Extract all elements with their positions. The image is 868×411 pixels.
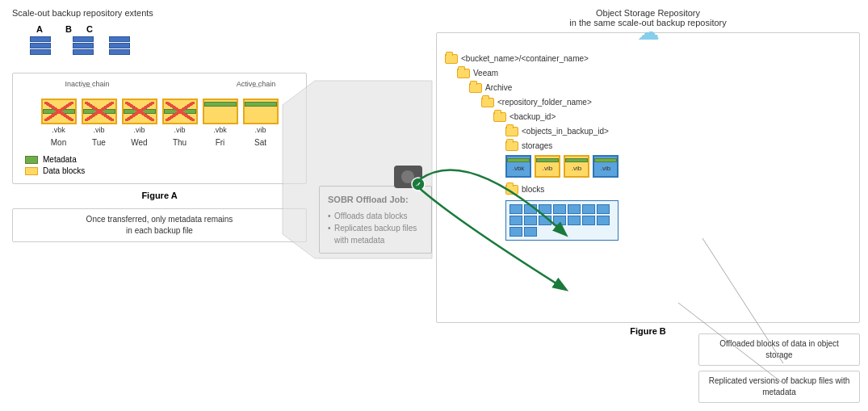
- folder-objects-label: <objects_in_backup_id>: [522, 124, 609, 139]
- storage-file-vbk: .vbk: [505, 155, 531, 178]
- folder-objects: <objects_in_backup_id>: [505, 124, 851, 139]
- file-label-mon: .vbk: [52, 126, 65, 134]
- sm-label-vib3: .vib: [601, 163, 610, 174]
- left-note-box: Once transferred, only metadata remainsi…: [12, 208, 307, 242]
- day-thu: Thu: [162, 138, 198, 147]
- blocks-section: [505, 200, 851, 241]
- folder-veeam: Veeam: [457, 66, 851, 81]
- block-1: [509, 204, 522, 214]
- cloud-icon: ☁: [637, 19, 660, 45]
- folder-icon-storages: [505, 141, 518, 151]
- right-title-line1: Object Storage Repository: [436, 8, 860, 18]
- file-meta-wed: [124, 109, 156, 114]
- sm-meta-vib3: [594, 158, 617, 162]
- folder-icon-blocks: [505, 185, 518, 195]
- storage-file-vib3: .vib: [593, 155, 619, 178]
- file-box-mon: [41, 99, 77, 124]
- legend: Metadata Data blocks: [21, 155, 298, 175]
- block-5: [568, 204, 581, 214]
- sobr-box: SOBR Offload Job: Offloads data blocks R…: [319, 186, 432, 254]
- right-section: Object Storage Repository in the same sc…: [432, 0, 868, 411]
- block-12: [568, 216, 581, 225]
- block-16: [524, 227, 537, 237]
- files-row: .vbk .vib .vib: [21, 99, 298, 134]
- left-note-text: Once transferred, only metadata remainsi…: [86, 215, 233, 235]
- folder-reponame: <repository_folder_name>: [481, 95, 851, 110]
- file-box-sat: [243, 99, 279, 124]
- right-notes: Offloaded blocks of data in object stora…: [698, 333, 860, 403]
- left-section-title: Scale-out backup repository extents: [12, 8, 307, 18]
- file-fri: .vbk: [203, 99, 238, 134]
- day-fri: Fri: [203, 138, 238, 147]
- figure-a-label: Figure A: [12, 191, 307, 200]
- block-8: [509, 216, 522, 225]
- block-4: [553, 204, 566, 214]
- right-note-blocks: Offloaded blocks of data in object stora…: [698, 333, 860, 366]
- folder-blocks: blocks: [505, 182, 851, 197]
- block-14: [597, 216, 610, 225]
- sm-meta-vib1: [536, 158, 559, 162]
- day-labels: Mon Tue Wed Thu Fri Sat: [21, 138, 298, 147]
- block-2: [524, 204, 537, 214]
- right-content: ☁ <bucket_name>/<container_name> Veeam A…: [436, 32, 860, 323]
- legend-datablocks-label: Data blocks: [43, 166, 85, 175]
- folder-bucket-label: <bucket_name>/<container_name>: [461, 52, 589, 66]
- file-label-sat: .vib: [254, 126, 266, 134]
- folder-icon-bucket: [445, 54, 458, 64]
- folder-storages-label: storages: [522, 139, 552, 153]
- folder-icon-repo: [481, 98, 494, 107]
- folder-bucket: <bucket_name>/<container_name>: [445, 52, 851, 66]
- folder-icon-archive: [469, 83, 482, 93]
- block-10: [539, 216, 551, 225]
- label-b: B: [65, 24, 72, 34]
- sobr-item-2: Replicates backup files with metadata: [328, 222, 423, 246]
- file-box-thu: [162, 99, 198, 124]
- legend-metadata: Metadata: [25, 155, 298, 164]
- folder-repo-label: <repository_folder_name>: [497, 95, 592, 110]
- file-tue: .vib: [82, 99, 117, 134]
- file-meta-fri: [204, 102, 237, 107]
- block-15: [509, 227, 522, 237]
- middle-section: SOBR Offload Job: Offloads data blocks R…: [315, 0, 432, 411]
- stack-a: [30, 36, 54, 59]
- file-mon: .vbk: [41, 99, 77, 134]
- folder-blocks-label: blocks: [522, 182, 544, 197]
- folder-icon-objects: [505, 127, 518, 136]
- folder-tree: <bucket_name>/<container_name> Veeam Arc…: [445, 52, 851, 241]
- legend-datablocks: Data blocks: [25, 166, 298, 175]
- block-9: [524, 216, 537, 225]
- sm-label-vbk: .vbk: [513, 163, 525, 174]
- file-label-fri: .vbk: [213, 126, 227, 134]
- folder-backupid-label: <backup_id>: [509, 110, 556, 124]
- block-7: [597, 204, 610, 214]
- label-a: A: [36, 24, 43, 34]
- file-sat: .vib: [243, 99, 279, 134]
- day-mon: Mon: [41, 138, 77, 147]
- block-11: [553, 216, 566, 225]
- chain-area: Inactive chain ⌒ Active chain ⌒ .vbk: [12, 73, 307, 184]
- sobr-title: SOBR Offload Job:: [328, 193, 423, 207]
- file-meta-mon: [43, 109, 75, 114]
- file-label-tue: .vib: [93, 126, 104, 134]
- sm-meta-vib2: [565, 158, 588, 162]
- folder-backupid: <backup_id>: [493, 110, 851, 124]
- file-meta-sat: [245, 102, 277, 107]
- folder-archive-label: Archive: [485, 81, 512, 95]
- file-label-wed: .vib: [133, 126, 145, 134]
- sm-meta-vbk: [507, 158, 530, 162]
- legend-green-box: [25, 156, 38, 164]
- day-wed: Wed: [122, 138, 157, 147]
- sobr-item-1: Offloads data blocks: [328, 210, 423, 222]
- sm-label-vib2: .vib: [572, 163, 581, 174]
- file-label-thu: .vib: [174, 126, 185, 134]
- label-c: C: [86, 24, 93, 34]
- main-container: Scale-out backup repository extents A B …: [0, 0, 868, 411]
- file-meta-tue: [83, 109, 115, 114]
- file-box-wed: [122, 99, 157, 124]
- storage-file-vib2: .vib: [564, 155, 589, 178]
- block-6: [582, 204, 595, 214]
- legend-metadata-label: Metadata: [43, 155, 77, 164]
- storage-file-vib1: .vib: [535, 155, 560, 178]
- file-wed: .vib: [122, 99, 157, 134]
- stack-c: [109, 36, 133, 59]
